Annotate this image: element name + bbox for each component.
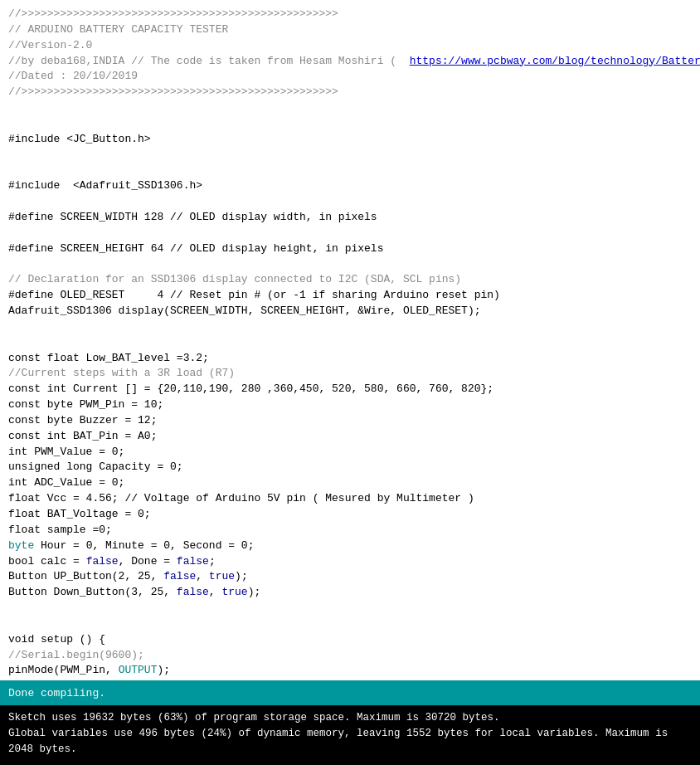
code-line: void setup () { [8,632,692,648]
code-token: const byte PWM_Pin = 10; [8,398,163,411]
code-token: #define SCREEN_HEIGHT 64 // OLED display… [8,242,383,255]
code-token: ; [209,555,216,568]
code-line: #include <Adafruit_SSD1306.h> [8,178,692,194]
code-line: // ARDUINO BATTERY CAPACITY TESTER [8,22,692,38]
code-token: Button UP_Button(2, 25, [8,570,163,582]
code-token: //by deba168,INDIA // The code is taken … [8,55,410,67]
code-line: int PWM_Value = 0; [8,445,692,460]
code-line: float Vcc = 4.56; // Voltage of Arduino … [8,491,692,507]
code-token: ); [248,586,261,598]
code-token: , [196,570,209,582]
code-line: #define SCREEN_WIDTH 128 // OLED display… [8,210,692,226]
code-line: #include <JC_Button.h> [8,132,692,148]
code-token: bool calc = [8,555,86,568]
code-token: const byte Buzzer = 12; [8,414,157,426]
code-line: float BAT_Voltage = 0; [8,507,692,523]
code-token: #define OLED_RESET 4 // Reset pin # (or … [8,289,500,301]
code-token: false [177,586,209,598]
code-line: const byte Buzzer = 12; [8,413,692,429]
code-line: //Version-2.0 [8,38,692,54]
code-token: //Serial.begin(9600); [8,649,144,661]
code-line [8,194,692,210]
code-line: const float Low_BAT_level =3.2; [8,351,692,367]
code-token: //Dated : 20/10/2019 [8,70,138,82]
code-line: Button Down_Button(3, 25, false, true); [8,585,692,601]
code-token: #define SCREEN_WIDTH 128 // OLED display… [8,211,377,223]
code-token: const int Current [] = {20,110,190, 280 … [8,382,493,395]
code-token: Adafruit_SSD1306 display(SCREEN_WIDTH, S… [8,305,481,317]
code-token: //>>>>>>>>>>>>>>>>>>>>>>>>>>>>>>>>>>>>>>… [8,7,338,20]
code-line: #define SCREEN_HEIGHT 64 // OLED display… [8,241,692,257]
code-line [8,257,692,273]
code-line [8,100,692,116]
code-token: ); [151,680,164,680]
code-token: ); [157,664,170,676]
code-token: //>>>>>>>>>>>>>>>>>>>>>>>>>>>>>>>>>>>>>>… [8,85,338,98]
code-line [8,335,692,351]
code-line: byte Hour = 0, Minute = 0, Second = 0; [8,538,692,554]
code-token: byte [8,539,34,552]
code-line: float sample =0; [8,523,692,538]
code-token: true [221,586,247,598]
code-token: void setup () { [8,633,105,646]
code-line: #define OLED_RESET 4 // Reset pin # (or … [8,288,692,304]
code-line [8,163,692,178]
code-token: true [209,570,235,582]
code-line: //>>>>>>>>>>>>>>>>>>>>>>>>>>>>>>>>>>>>>>… [8,85,692,100]
code-line: const byte PWM_Pin = 10; [8,397,692,413]
code-line: bool calc = false, Done = false; [8,554,692,570]
code-line [8,616,692,632]
code-line: Button UP_Button(2, 25, false, true); [8,569,692,585]
status-text: Done compiling. [8,687,105,699]
code-token: ); [235,570,248,582]
code-token: // ARDUINO BATTERY CAPACITY TESTER [8,23,228,36]
code-token: Hour = 0, Minute = 0, Second = 0; [34,539,254,552]
code-token: const float Low_BAT_level =3.2; [8,352,209,364]
code-line: const int Current [] = {20,110,190, 280 … [8,382,692,397]
code-token: Button Down_Button(3, 25, [8,586,177,598]
code-line [8,116,692,132]
console-text: Sketch uses 19632 bytes (63%) of program… [8,710,692,757]
code-token: , [209,586,222,598]
code-token: pinMode(PWM_Pin, [8,664,119,676]
code-token: OUTPUT [119,664,158,676]
code-token: #include <Adafruit_SSD1306.h> [8,179,202,192]
code-token: float Vcc = 4.56; // Voltage of Arduino … [8,492,474,504]
code-line [8,226,692,241]
code-token: #include <JC_Button.h> [8,133,151,145]
code-line: //by deba168,INDIA // The code is taken … [8,54,692,70]
console-area: Sketch uses 19632 bytes (63%) of program… [0,705,700,765]
code-token: //Current steps with a 3R load (R7) [8,367,235,379]
code-line [8,319,692,335]
code-line [8,148,692,163]
code-token: false [163,570,196,582]
code-line: const int BAT_Pin = A0; [8,429,692,445]
code-line: //Current steps with a 3R load (R7) [8,366,692,382]
code-token: false [86,555,119,568]
code-line: //>>>>>>>>>>>>>>>>>>>>>>>>>>>>>>>>>>>>>>… [8,7,692,22]
code-line: // Declaration for an SSD1306 display co… [8,272,692,288]
code-token: float sample =0; [8,524,112,536]
code-line: //Dated : 20/10/2019 [8,69,692,85]
code-line [8,601,692,616]
code-line: int ADC_Value = 0; [8,475,692,491]
code-token: OUTPUT [112,680,151,680]
code-token: false [177,555,209,568]
code-token: // Declaration for an SSD1306 display co… [8,273,461,285]
code-editor: //>>>>>>>>>>>>>>>>>>>>>>>>>>>>>>>>>>>>>>… [0,0,700,680]
code-line: pinMode(PWM_Pin, OUTPUT); [8,663,692,679]
code-token: int PWM_Value = 0; [8,446,124,458]
code-line: unsigned long Capacity = 0; [8,460,692,475]
code-line: //Serial.begin(9600); [8,648,692,664]
code-link[interactable]: https://www.pcbway.com/blog/technology/B… [410,55,700,67]
code-token: pinMode(Buzzer, [8,680,112,680]
code-token: float BAT_Voltage = 0; [8,508,151,520]
code-token: , Done = [119,555,177,568]
code-token: unsigned long Capacity = 0; [8,460,183,473]
code-token: //Version-2.0 [8,39,92,51]
code-line: Adafruit_SSD1306 display(SCREEN_WIDTH, S… [8,304,692,319]
status-bar: Done compiling. [0,680,700,705]
code-token: const int BAT_Pin = A0; [8,430,157,442]
code-token: int ADC_Value = 0; [8,476,124,489]
